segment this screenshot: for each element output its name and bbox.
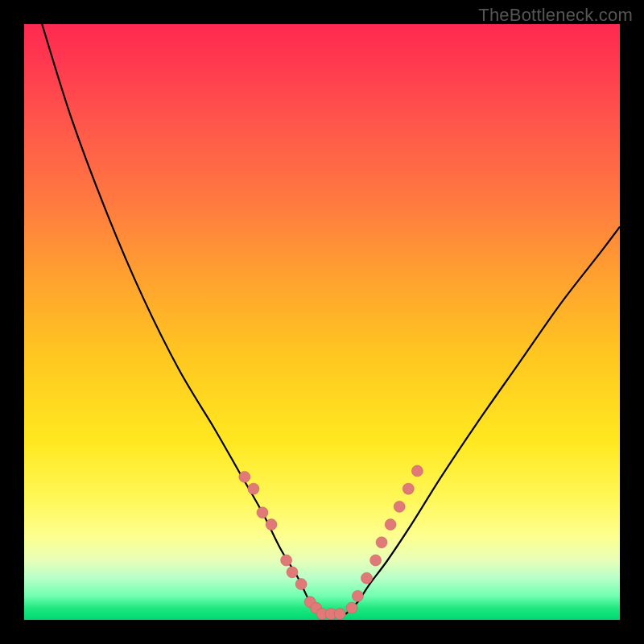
dot-left <box>248 483 259 494</box>
chart-frame: TheBottleneck.com <box>0 0 644 644</box>
curve-paths <box>42 24 620 614</box>
dot-right <box>376 537 387 548</box>
dot-bottom <box>334 609 345 620</box>
dot-left <box>295 579 307 590</box>
dot-left <box>266 519 277 530</box>
dot-left <box>257 507 268 518</box>
curve-svg <box>24 24 620 620</box>
dot-right <box>361 572 373 584</box>
plot-area <box>24 24 620 620</box>
dot-right <box>411 465 423 477</box>
curve-left-curve <box>42 24 322 614</box>
dot-left <box>281 555 292 566</box>
dot-right <box>394 501 405 512</box>
dot-left <box>287 567 298 578</box>
dot-right <box>370 555 382 566</box>
dot-right <box>346 602 357 613</box>
dot-right <box>385 519 396 530</box>
curve-right-curve <box>346 227 620 614</box>
dot-left <box>239 471 250 482</box>
dot-right <box>352 590 363 601</box>
dot-right <box>402 483 414 494</box>
watermark-text: TheBottleneck.com <box>478 5 633 26</box>
data-dots <box>239 465 423 620</box>
